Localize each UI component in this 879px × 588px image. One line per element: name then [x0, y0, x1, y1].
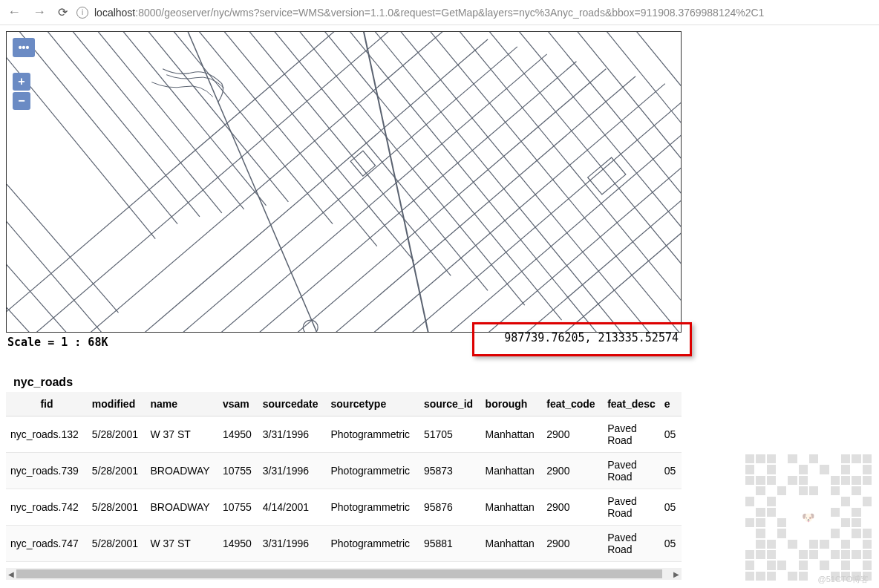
svg-line-4 — [111, 47, 517, 332]
table-header-cell[interactable]: feat_code — [542, 392, 603, 416]
table-cell: 14950 — [218, 416, 258, 453]
scale-label: Scale = 1 : 68K — [7, 336, 108, 349]
table-cell: 05 — [660, 526, 682, 562]
map-viewport[interactable]: ••• + − — [6, 31, 682, 333]
ellipsis-icon: ••• — [19, 42, 30, 53]
qr-watermark: 🐶 — [745, 454, 872, 581]
svg-line-13 — [377, 113, 681, 332]
table-header-cell[interactable]: sourcedate — [258, 392, 327, 416]
table-header-cell[interactable]: modified — [88, 392, 146, 416]
table-cell: W 37 ST — [146, 416, 218, 453]
qr-center-logo: 🐶 — [788, 497, 829, 538]
svg-line-41 — [7, 180, 104, 332]
table-row[interactable]: nyc_roads.7425/28/2001BROADWAY107554/14/… — [6, 489, 682, 526]
svg-line-36 — [488, 32, 681, 228]
svg-line-10 — [288, 91, 681, 332]
table-row[interactable]: nyc_roads.1325/28/2001W 37 ST149503/31/1… — [6, 416, 682, 453]
table-cell: 5/28/2001 — [88, 416, 146, 453]
svg-line-26 — [229, 32, 488, 290]
table-header-cell[interactable]: name — [146, 392, 218, 416]
table-cell: 5/28/2001 — [88, 453, 146, 489]
svg-line-20 — [97, 32, 267, 206]
table-header-cell[interactable]: fid — [6, 392, 88, 416]
svg-line-19 — [74, 32, 244, 209]
refresh-icon[interactable]: ⟳ — [58, 5, 68, 19]
table-header-cell[interactable]: vsam — [218, 392, 258, 416]
table-cell: W 37 ST — [146, 526, 218, 562]
table-cell: Paved Road — [603, 416, 660, 453]
scrollbar-thumb[interactable] — [16, 569, 662, 578]
table-cell: 2900 — [542, 416, 603, 453]
horizontal-scrollbar[interactable]: ◀ ▶ — [6, 568, 682, 580]
svg-line-34 — [428, 32, 681, 298]
table-cell: 95876 — [419, 489, 481, 526]
svg-line-27 — [252, 32, 525, 305]
coordinates-readout: 987739.76205, 213335.52574 — [494, 327, 689, 349]
table-cell: Paved Road — [603, 453, 660, 489]
table-cell: 4/14/2001 — [258, 489, 327, 526]
table-cell: 3/31/1996 — [258, 416, 327, 453]
address-bar[interactable]: i localhost:8000/geoserver/nyc/wms?servi… — [76, 7, 872, 19]
table-cell: 3/31/1996 — [258, 526, 327, 562]
url-path: :8000/geoserver/nyc/wms?service=WMS&vers… — [135, 7, 764, 19]
feature-table: fidmodifiednamevsamsourcedatesourcetypes… — [6, 392, 682, 562]
table-cell: 5/28/2001 — [88, 526, 146, 562]
svg-line-24 — [185, 32, 414, 261]
table-cell: 3/31/1996 — [258, 453, 327, 489]
svg-line-29 — [295, 32, 598, 332]
table-cell: Photogrammetric — [327, 416, 419, 453]
svg-rect-45 — [588, 157, 626, 195]
table-cell: 95881 — [419, 526, 481, 562]
table-cell: nyc_roads.739 — [6, 453, 88, 489]
svg-line-12 — [347, 106, 681, 332]
table-cell: 2900 — [542, 453, 603, 489]
zoom-in-button[interactable]: + — [13, 73, 30, 91]
map-footer: Scale = 1 : 68K 987739.76205, 213335.525… — [6, 333, 682, 352]
svg-line-21 — [119, 32, 289, 202]
svg-line-2 — [45, 32, 451, 332]
table-cell: 05 — [660, 489, 682, 526]
scroll-right-icon[interactable]: ▶ — [671, 568, 682, 580]
back-icon[interactable]: ← — [7, 4, 21, 20]
svg-line-8 — [229, 76, 635, 332]
svg-line-43 — [7, 268, 52, 332]
browser-toolbar: ← → ⟳ i localhost:8000/geoserver/nyc/wms… — [0, 0, 879, 25]
table-cell: Photogrammetric — [327, 489, 419, 526]
table-cell: 5/28/2001 — [88, 489, 146, 526]
svg-line-35 — [458, 32, 681, 261]
zoom-out-button[interactable]: − — [13, 92, 30, 110]
table-header-cell[interactable]: sourcetype — [327, 392, 419, 416]
table-row[interactable]: nyc_roads.7475/28/2001W 37 ST149503/31/1… — [6, 526, 682, 562]
table-cell: BROADWAY — [146, 489, 218, 526]
forward-icon[interactable]: → — [33, 4, 46, 20]
info-icon[interactable]: i — [76, 7, 88, 19]
table-row[interactable]: nyc_roads.7395/28/2001BROADWAY107553/31/… — [6, 453, 682, 489]
table-header-cell[interactable]: source_id — [419, 392, 481, 416]
scroll-left-icon[interactable]: ◀ — [6, 568, 16, 580]
table-cell: 2900 — [542, 489, 603, 526]
table-cell: 51705 — [419, 416, 481, 453]
table-title: nyc_roads — [6, 373, 682, 392]
table-cell: Photogrammetric — [327, 453, 419, 489]
map-menu-button[interactable]: ••• — [13, 38, 35, 57]
url-host: localhost — [94, 7, 135, 19]
svg-line-39 — [576, 32, 681, 120]
svg-line-33 — [399, 32, 681, 332]
table-cell: Manhattan — [481, 489, 543, 526]
table-cell: 95873 — [419, 453, 481, 489]
svg-line-23 — [163, 32, 377, 246]
svg-line-42 — [7, 224, 82, 332]
table-header-cell[interactable]: e — [660, 392, 682, 416]
table-cell: BROADWAY — [146, 453, 218, 489]
watermark-text: @51CTO博客 — [818, 574, 869, 585]
table-cell: nyc_roads.747 — [6, 526, 88, 562]
table-header-cell[interactable]: feat_desc — [603, 392, 660, 416]
table-header-cell[interactable]: borough — [481, 392, 543, 416]
table-cell: 05 — [660, 453, 682, 489]
svg-line-14 — [407, 120, 681, 332]
table-cell: 10755 — [218, 453, 258, 489]
table-cell: Paved Road — [603, 526, 660, 562]
map-roads-svg — [7, 32, 681, 332]
table-cell: 2900 — [542, 526, 603, 562]
nav-controls: ← → ⟳ — [7, 4, 68, 20]
